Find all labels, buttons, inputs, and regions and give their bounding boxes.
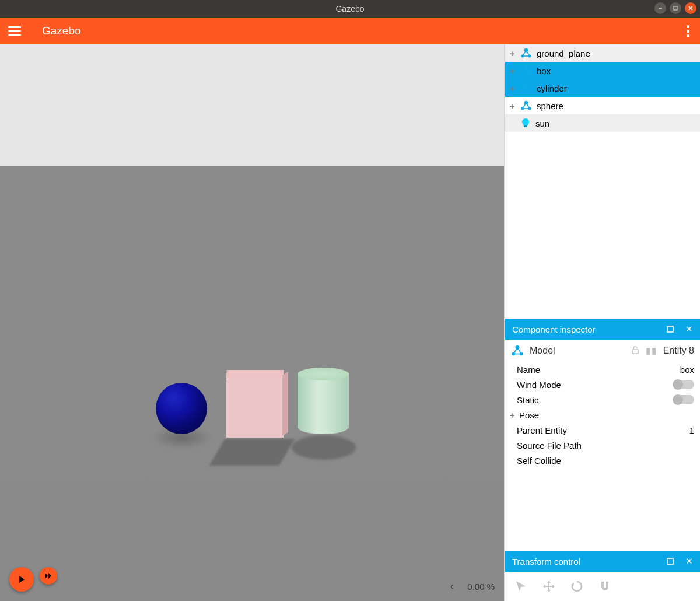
panel-title: Transform control	[512, 557, 580, 567]
pause-icon[interactable]: ▮▮	[646, 345, 657, 356]
transform-panel-header[interactable]: Transform control ✕	[505, 551, 700, 572]
svg-line-28	[523, 103, 526, 109]
model-icon	[520, 47, 532, 59]
prop-name-value: box	[680, 365, 694, 375]
hamburger-menu-icon[interactable]	[8, 25, 21, 37]
box-shadow	[209, 439, 295, 466]
svg-line-22	[523, 85, 526, 91]
prop-wind-key: Wind Mode	[517, 380, 561, 390]
svg-marker-4	[19, 576, 24, 583]
window-title: Gazebo	[335, 4, 364, 13]
panel-undock-icon[interactable]	[667, 557, 674, 567]
static-toggle[interactable]	[673, 395, 694, 404]
inspector-type-label: Model	[530, 345, 555, 356]
right-sidebar: + ground_plane + box + cylinder	[504, 44, 700, 601]
sim-status-bar: ‹ 0.00 %	[450, 581, 495, 592]
transform-toolbar	[505, 572, 700, 601]
app-header: Gazebo	[0, 18, 700, 44]
expand-icon[interactable]: +	[509, 101, 516, 111]
expand-icon[interactable]: +	[509, 66, 516, 76]
scene-cylinder[interactable]	[298, 368, 349, 439]
viewport-ground: ‹ 0.00 %	[0, 166, 504, 601]
model-icon	[520, 100, 532, 111]
tree-item-label: sphere	[537, 101, 564, 111]
light-icon	[520, 118, 531, 128]
svg-rect-31	[524, 125, 527, 127]
tree-item-sun[interactable]: sun	[505, 114, 700, 132]
close-button[interactable]	[685, 2, 696, 14]
expand-icon[interactable]: +	[509, 83, 516, 93]
model-icon	[520, 82, 532, 94]
prop-parent-value: 1	[690, 425, 694, 435]
maximize-button[interactable]	[670, 2, 681, 14]
prop-static-key: Static	[517, 395, 539, 405]
inspector-empty-area	[505, 468, 700, 551]
expand-icon[interactable]: +	[509, 410, 516, 420]
sim-percent: 0.00 %	[467, 582, 495, 592]
svg-marker-5	[45, 573, 48, 579]
model-icon	[511, 344, 524, 357]
svg-rect-40	[667, 558, 673, 564]
translate-tool-icon[interactable]	[541, 579, 556, 594]
minimize-button[interactable]	[654, 2, 666, 14]
tree-item-ground-plane[interactable]: + ground_plane	[505, 44, 700, 62]
tree-item-label: cylinder	[537, 83, 567, 93]
status-expand-icon[interactable]: ‹	[450, 581, 453, 592]
scene-sphere[interactable]	[156, 383, 207, 434]
svg-rect-32	[667, 326, 673, 332]
svg-rect-1	[674, 6, 677, 10]
svg-line-36	[513, 348, 517, 354]
scene-box[interactable]	[226, 370, 284, 438]
panel-close-icon[interactable]: ✕	[685, 556, 693, 567]
tree-item-box[interactable]: + box	[505, 62, 700, 79]
svg-line-17	[526, 68, 530, 74]
app-title: Gazebo	[42, 25, 81, 37]
svg-line-23	[526, 85, 530, 91]
prop-source-key: Source File Path	[517, 441, 582, 450]
lock-icon[interactable]	[631, 345, 640, 357]
3d-viewport[interactable]: ‹ 0.00 %	[0, 44, 504, 601]
prop-parent-key: Parent Entity	[517, 425, 567, 435]
kebab-menu-icon[interactable]	[684, 23, 692, 40]
window-controls	[654, 2, 696, 14]
cylinder-shadow	[292, 435, 356, 460]
rotate-tool-icon[interactable]	[569, 579, 584, 594]
svg-rect-39	[632, 350, 638, 354]
svg-line-10	[523, 50, 526, 56]
prop-self-key: Self Collide	[517, 456, 561, 466]
tree-item-sphere[interactable]: + sphere	[505, 97, 700, 114]
svg-line-29	[526, 103, 530, 109]
tree-item-cylinder[interactable]: + cylinder	[505, 79, 700, 97]
expand-icon[interactable]: +	[509, 48, 516, 58]
viewport-sky	[0, 44, 504, 166]
tree-item-label: ground_plane	[537, 48, 590, 58]
tree-item-label: sun	[536, 118, 550, 128]
entity-tree: + ground_plane + box + cylinder	[505, 44, 700, 319]
snap-tool-icon[interactable]	[597, 579, 612, 594]
panel-close-icon[interactable]: ✕	[685, 324, 693, 334]
svg-line-37	[517, 348, 522, 354]
inspector-summary: Model ▮▮ Entity 8	[505, 340, 700, 362]
prop-name-key: Name	[517, 365, 540, 375]
panel-undock-icon[interactable]	[667, 324, 674, 334]
play-button[interactable]	[9, 567, 34, 592]
window-titlebar: Gazebo	[0, 0, 700, 18]
svg-line-11	[526, 50, 530, 56]
prop-pose-key: Pose	[519, 410, 539, 420]
wind-mode-toggle[interactable]	[673, 380, 694, 389]
step-forward-button[interactable]	[40, 567, 57, 585]
panel-title: Component inspector	[512, 324, 596, 334]
svg-marker-6	[48, 573, 51, 579]
inspector-panel-header[interactable]: Component inspector ✕	[505, 319, 700, 340]
inspector-entity-label: Entity 8	[663, 345, 694, 356]
inspector-rows: Namebox Wind Mode Static +Pose Parent En…	[505, 362, 700, 468]
select-tool-icon[interactable]	[513, 579, 528, 594]
model-icon	[520, 65, 532, 76]
tree-item-label: box	[537, 66, 551, 76]
svg-line-16	[523, 68, 526, 74]
